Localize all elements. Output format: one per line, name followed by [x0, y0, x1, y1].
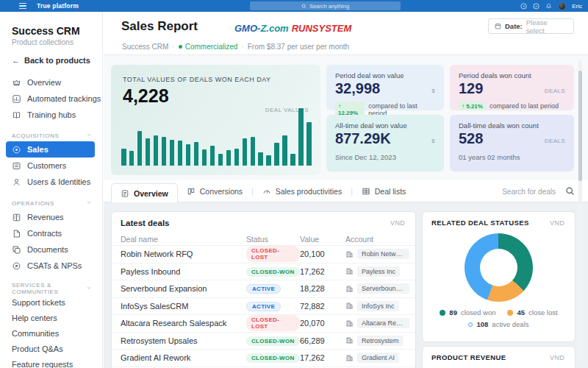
back-to-products-link[interactable]: ← Back to products [12, 56, 102, 65]
chart-icon [12, 94, 21, 104]
bell-icon[interactable] [545, 3, 552, 10]
deal-value-bar [129, 151, 135, 166]
chevron-down-icon [86, 199, 92, 207]
deal-value-bar [186, 144, 191, 166]
sidebar-section-operations: OPERATIONSRevenuesContractsDocumentsCSAT… [0, 197, 102, 274]
legend-item-closed-won[interactable]: 89closed won [440, 308, 495, 316]
table-row[interactable]: Robin Network RFQCLOSED-LOST20,100Robin … [112, 246, 415, 263]
legend-item-active-deals[interactable]: 108active deals [468, 320, 528, 328]
account-pill[interactable]: InfoSys Inc [357, 301, 399, 311]
deal-value-bar [202, 149, 207, 166]
status-badge: ACTIVE [246, 284, 281, 294]
legend-value: 89 [449, 308, 457, 316]
sidebar-item-product-q-as[interactable]: Product Q&As [0, 341, 102, 356]
sidebar-item-communities[interactable]: Communities [0, 325, 102, 341]
sidebar: Success CRM Product collections ← Back t… [0, 12, 103, 368]
deal-name: Gradient AI Rework [121, 353, 246, 362]
table-row[interactable]: Altacara Research SalespackCLOSED-LOST20… [112, 315, 415, 333]
account-pill[interactable]: Serverbound Inc [357, 283, 409, 294]
tab-overview[interactable]: Overview [111, 183, 178, 203]
latest-deals-card: Latest deals VND Deal name Status Value … [111, 211, 416, 368]
sidebar-item-sales[interactable]: Sales [6, 141, 95, 158]
page-title: Sales Report [121, 19, 198, 34]
currency-label: VND [550, 219, 564, 227]
hamburger-menu-icon[interactable] [19, 3, 26, 9]
sidebar-item-help-centers[interactable]: Help centers [0, 310, 102, 325]
global-search-placeholder: Search anything [309, 3, 349, 10]
gauge-icon [262, 187, 271, 196]
table-row[interactable]: InfoSys SalesCRMACTIVE72,882InfoSys Inc [112, 298, 415, 316]
deal-statuses-donut-chart [465, 233, 533, 302]
account-pill[interactable]: Payless Inc [357, 266, 400, 277]
section-header-acquisitions[interactable]: ACQUISITIONS [0, 130, 102, 141]
check-circle-icon[interactable] [533, 3, 539, 10]
building-icon [345, 267, 354, 275]
deals-table-header: Deal name Status Value Account [112, 233, 415, 246]
scrollbar-track[interactable] [578, 60, 582, 365]
logo-runsystem: RUNSYSTEM [292, 23, 352, 34]
status-badge: CLOSED-LOST [246, 315, 300, 331]
tab-conversions[interactable]: Conversions [178, 180, 251, 202]
account-pill[interactable]: Altacara Research [357, 318, 409, 328]
sidebar-top-items: OverviewAutomated trackingsTraining hubs [0, 74, 102, 123]
table-row[interactable]: Payless InboundCLOSED-WON17,262Payless I… [112, 263, 415, 281]
sidebar-item-training-hubs[interactable]: Training hubs [0, 107, 102, 123]
date-picker[interactable]: Date: Please select [488, 18, 574, 34]
logo-gmo-part1: GMO- [234, 23, 260, 34]
account-pill[interactable]: Gradient AI [357, 353, 399, 363]
deal-value-bar [243, 138, 248, 166]
search-icon [301, 4, 306, 9]
legend-item-close-lost[interactable]: 45close lost [507, 308, 557, 316]
send-icon[interactable] [520, 3, 527, 10]
account-pill[interactable]: Retrosystem [357, 336, 404, 346]
table-row[interactable]: Gradient AI ReworkCLOSED-WON17,262Gradie… [112, 350, 415, 367]
sidebar-item-revenues[interactable]: Revenues [0, 209, 102, 225]
legend-marker-icon [440, 310, 445, 316]
sidebar-item-feature-requests[interactable]: Feature requests [0, 356, 102, 368]
search-icon[interactable] [565, 186, 575, 196]
sidebar-item-users-identities[interactable]: Users & Identities [0, 174, 102, 190]
kpi-unit: $ [431, 88, 435, 94]
sidebar-item-overview[interactable]: Overview [0, 74, 102, 91]
tab-label: Overview [134, 189, 168, 198]
tab-sales-productivities[interactable]: Sales productivities [254, 180, 351, 202]
sidebar-section-services-communities: SERVICES & COMMUNITIESSupport ticketsHel… [0, 283, 102, 368]
copy-icon [12, 245, 21, 255]
deal-value: 17,262 [300, 353, 345, 362]
sidebar-item-support-tickets[interactable]: Support tickets [0, 294, 102, 310]
deal-value-bar [194, 142, 199, 166]
sidebar-item-customers[interactable]: Customers [0, 158, 102, 174]
ledger-icon [12, 213, 21, 222]
sidebar-item-contracts[interactable]: Contracts [0, 225, 102, 241]
legend-marker-icon [507, 310, 513, 316]
chevron-down-icon [86, 132, 92, 139]
related-statuses-card: RELATED DEAL STATUSES VND 89closed won45… [422, 211, 576, 342]
user-avatar[interactable] [558, 2, 566, 10]
tab-deal-lists[interactable]: Deal lists [353, 180, 415, 202]
status-badge: CLOSED-WON [246, 267, 300, 277]
deals-search-input[interactable]: Search for deals [502, 180, 556, 202]
table-row[interactable]: Retrosystem UpsalesCLOSED-WON66,289Retro… [112, 333, 415, 350]
section-header-services-communities[interactable]: SERVICES & COMMUNITIES [0, 283, 102, 294]
table-row[interactable]: Serverbound ExpansionACTIVE18,228Serverb… [112, 280, 415, 298]
global-search-input[interactable]: Search anything [250, 1, 401, 10]
daily-deals-value: 4,228 [123, 85, 169, 107]
deal-value-bar [258, 152, 263, 166]
main-area: Sales Report GMO-Z.comRUNSYSTEM Success … [104, 12, 588, 368]
section-header-operations[interactable]: OPERATIONS [0, 197, 102, 209]
sidebar-sections: ACQUISITIONSSalesCustomersUsers & Identi… [0, 130, 102, 368]
top-bar: True platform Search anything Eric [0, 0, 588, 12]
sidebar-item-label: Users & Identities [27, 177, 90, 186]
sidebar-item-documents[interactable]: Documents [0, 241, 102, 258]
product-revenue-card: PRODUCT REVENUE VND [422, 346, 576, 368]
kpi-alltime-deal-count-card: Dall-time deals won count 528 DEALS 01 y… [450, 115, 574, 171]
deal-value-bar [251, 137, 256, 166]
sidebar-item-csats-npss[interactable]: CSATs & NPSs [0, 258, 102, 274]
account-pill[interactable]: Robin Networks [357, 249, 409, 259]
sidebar-item-automated-trackings[interactable]: Automated trackings [0, 91, 102, 107]
deal-value-bar [234, 149, 240, 166]
arrow-left-icon: ← [12, 56, 20, 65]
sidebar-item-label: CSATs & NPSs [27, 261, 82, 270]
scrollbar-thumb[interactable] [578, 71, 582, 181]
breadcrumb-pricing: From $8.37 per user per month [248, 43, 349, 51]
